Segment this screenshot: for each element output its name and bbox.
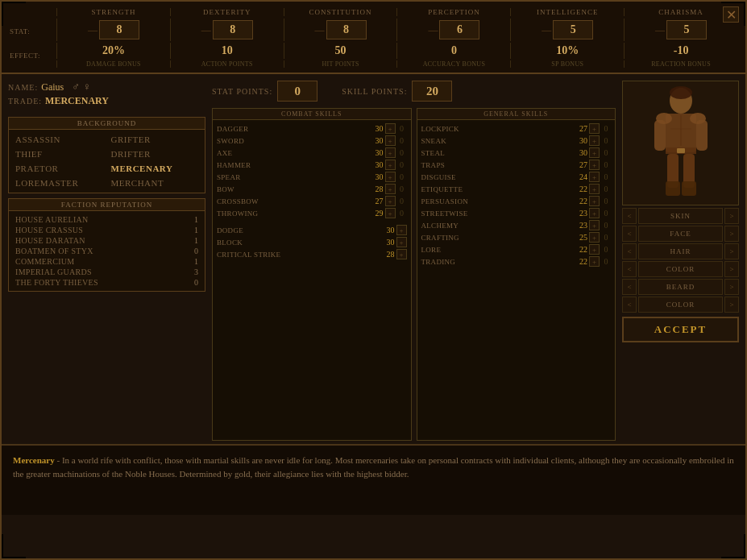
hammer-plus-btn[interactable]: + bbox=[385, 160, 396, 170]
beard-prev-btn[interactable]: < bbox=[622, 279, 637, 295]
skill-traps: TRAPS 27 + 0 bbox=[421, 159, 612, 171]
intelligence-value[interactable]: 5 bbox=[553, 20, 593, 39]
stat-header-intelligence: INTELLIGENCE bbox=[510, 8, 624, 16]
center-panel: STAT POINTS: 0 SKILL POINTS: 20 COMBAT S… bbox=[212, 81, 616, 441]
skill-spear: SPEAR 30 + 0 bbox=[217, 171, 407, 183]
constitution-value[interactable]: 8 bbox=[326, 20, 367, 39]
stat-points-label: STAT POINTS: bbox=[212, 87, 272, 96]
gender-male-icon[interactable]: ♂ bbox=[72, 81, 80, 93]
beard-next-btn[interactable]: > bbox=[724, 279, 739, 295]
sword-plus-btn[interactable]: + bbox=[385, 135, 396, 146]
skill-crafting: CRAFTING 25 + 0 bbox=[421, 231, 612, 243]
accept-button[interactable]: ACCEPT bbox=[622, 317, 739, 342]
effect-intelligence: 10% bbox=[514, 44, 620, 57]
skill-block: BLOCK 30 + bbox=[217, 236, 407, 248]
face-next-btn[interactable]: > bbox=[724, 226, 739, 242]
persuasion-plus-btn[interactable]: + bbox=[589, 196, 600, 206]
svg-rect-9 bbox=[666, 181, 680, 196]
skill-throwing: THROWING 29 + 0 bbox=[217, 207, 407, 219]
faction-header: FACTION REPUTATION bbox=[9, 199, 205, 211]
etiquette-plus-btn[interactable]: + bbox=[589, 184, 600, 194]
stat-cell-strength: —8 bbox=[56, 19, 170, 41]
skill-crossbow: CROSSBOW 27 + 0 bbox=[217, 195, 407, 207]
stat-cell-dexterity: —8 bbox=[170, 19, 284, 41]
skin-next-btn[interactable]: > bbox=[724, 208, 739, 224]
stat-points-value: 0 bbox=[277, 81, 317, 102]
skin-prev-btn[interactable]: < bbox=[622, 208, 637, 224]
axe-plus-btn[interactable]: + bbox=[385, 147, 396, 158]
strength-value[interactable]: 8 bbox=[99, 20, 139, 39]
bg-mercenary[interactable]: MERCENARY bbox=[111, 162, 199, 175]
alchemy-plus-btn[interactable]: + bbox=[589, 220, 600, 230]
hair-color-prev-btn[interactable]: < bbox=[622, 261, 637, 277]
faction-row: BOATMEN OF STYX 0 bbox=[15, 246, 198, 256]
description-area: Mercenary - In a world rife with conflic… bbox=[2, 444, 745, 515]
lockpick-plus-btn[interactable]: + bbox=[589, 123, 600, 134]
character-preview bbox=[622, 81, 739, 205]
effect-cell-constitution: 50 bbox=[284, 43, 397, 59]
bg-assassin[interactable]: ASSASSIN bbox=[15, 133, 103, 146]
name-section: NAME: Gaius ♂ ♀ TRADE: MERCENARY bbox=[8, 81, 205, 112]
beard-color-control: < COLOR > bbox=[622, 297, 739, 313]
bg-thief[interactable]: THIEF bbox=[15, 147, 103, 160]
effect-cell-charisma: -10 bbox=[624, 43, 737, 59]
perception-value[interactable]: 6 bbox=[439, 20, 479, 39]
bow-plus-btn[interactable]: + bbox=[385, 184, 396, 194]
beard-color-next-btn[interactable]: > bbox=[724, 297, 739, 313]
throwing-plus-btn[interactable]: + bbox=[385, 208, 396, 218]
dodge-plus-btn[interactable]: + bbox=[396, 225, 407, 235]
spear-plus-btn[interactable]: + bbox=[385, 172, 396, 182]
hair-color-label: COLOR bbox=[638, 261, 723, 277]
hair-next-btn[interactable]: > bbox=[724, 243, 739, 259]
face-prev-btn[interactable]: < bbox=[622, 226, 637, 242]
combat-skill-list: DAGGER 30 + 0 SWORD 30 + 0 bbox=[213, 120, 411, 263]
stat-cell-constitution: —8 bbox=[284, 19, 397, 41]
dexterity-value[interactable]: 8 bbox=[213, 20, 253, 39]
bg-grifter[interactable]: GRIFTER bbox=[111, 133, 199, 146]
bg-praetor[interactable]: PRAETOR bbox=[15, 162, 103, 175]
faction-row: HOUSE AURELIAN 1 bbox=[15, 214, 198, 225]
faction-row: IMPERIAL GUARDS 3 bbox=[15, 267, 198, 277]
crossbow-plus-btn[interactable]: + bbox=[385, 196, 396, 206]
combat-skills-panel: COMBAT SKILLS DAGGER 30 + 0 SWORD 30 bbox=[212, 108, 412, 441]
middle-content: NAME: Gaius ♂ ♀ TRADE: MERCENARY BACKGRO… bbox=[2, 74, 745, 444]
dagger-plus-btn[interactable]: + bbox=[385, 123, 396, 134]
steal-plus-btn[interactable]: + bbox=[589, 147, 600, 158]
traps-plus-btn[interactable]: + bbox=[589, 160, 600, 170]
background-grid: ASSASSIN GRIFTER THIEF DRIFTER PRAETOR M… bbox=[9, 130, 205, 193]
effect-dexterity: 10 bbox=[174, 44, 280, 57]
general-skill-list: LOCKPICK 27 + 0 SNEAK 30 + 0 bbox=[417, 120, 616, 270]
faction-row: HOUSE DARATAN 1 bbox=[15, 235, 198, 246]
trading-plus-btn[interactable]: + bbox=[589, 256, 600, 267]
gender-female-icon[interactable]: ♀ bbox=[83, 81, 91, 93]
disguise-plus-btn[interactable]: + bbox=[589, 172, 600, 182]
lore-plus-btn[interactable]: + bbox=[589, 244, 600, 255]
critical-strike-plus-btn[interactable]: + bbox=[396, 249, 407, 259]
skill-sneak: SNEAK 30 + 0 bbox=[421, 135, 612, 147]
effect-cell-dexterity: 10 bbox=[170, 43, 284, 59]
hair-color-next-btn[interactable]: > bbox=[724, 261, 739, 277]
stat-header-dexterity: DEXTERITY bbox=[170, 8, 284, 16]
skill-persuasion: PERSUASION 22 + 0 bbox=[421, 195, 612, 207]
charisma-value[interactable]: 5 bbox=[666, 20, 707, 39]
beard-color-prev-btn[interactable]: < bbox=[622, 297, 637, 313]
stat-footer-strength: DAMAGE BONUS bbox=[56, 60, 170, 68]
effect-constitution: 50 bbox=[288, 44, 394, 57]
bg-drifter[interactable]: DRIFTER bbox=[111, 147, 199, 160]
stat-footer-perception: ACCURACY BONUS bbox=[396, 60, 510, 68]
bg-loremaster[interactable]: LOREMASTER bbox=[15, 176, 103, 189]
bg-merchant[interactable]: MERCHANT bbox=[111, 176, 199, 189]
block-plus-btn[interactable]: + bbox=[396, 237, 407, 247]
streetwise-plus-btn[interactable]: + bbox=[589, 208, 600, 218]
faction-row: COMMERCIUM 1 bbox=[15, 256, 198, 267]
hair-prev-btn[interactable]: < bbox=[622, 243, 637, 259]
skill-disguise: DISGUISE 24 + 0 bbox=[421, 171, 612, 183]
hair-color-control: < COLOR > bbox=[622, 261, 739, 277]
beard-label: BEARD bbox=[638, 279, 723, 295]
general-skills-header: GENERAL SKILLS bbox=[417, 109, 616, 120]
crafting-plus-btn[interactable]: + bbox=[589, 232, 600, 243]
appearance-panel: < SKIN > < FACE > < HAIR > bbox=[622, 81, 739, 441]
character-figure bbox=[637, 85, 725, 201]
effect-cell-perception: 0 bbox=[396, 43, 510, 59]
sneak-plus-btn[interactable]: + bbox=[589, 135, 600, 146]
